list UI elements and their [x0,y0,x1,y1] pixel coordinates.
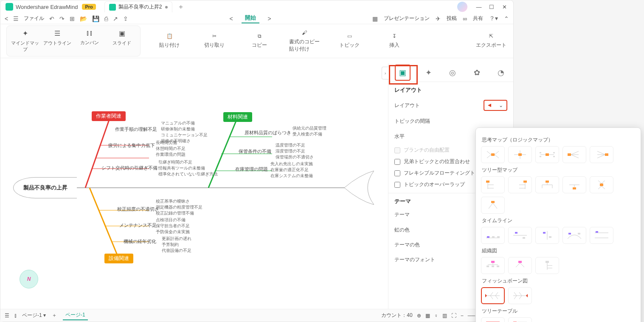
fish-root-topic[interactable]: 製品不良率の上昇 [13,177,77,198]
twig[interactable]: 情報共有ツールの未整備 [158,165,205,171]
add-page-button[interactable]: ＋ [52,312,57,319]
twig[interactable]: 研修体制の未整備 [161,126,195,132]
collapse-ribbon-button[interactable]: ⌃ [504,15,509,22]
layout-opt-org-1[interactable] [481,257,505,274]
grid-icon[interactable]: ▥ [442,313,447,319]
zoom-icon[interactable]: ⊕ [417,313,421,319]
layout-opt-timeline-4[interactable] [562,227,586,244]
twig[interactable]: コミュニケーション不足 [161,132,208,138]
view-split-icon[interactable]: ⫿ [14,313,17,319]
layout-opt-logic-both[interactable] [535,146,559,163]
export-button[interactable]: ⇱エクスポート [475,33,507,49]
new-button[interactable]: ⊞ [70,15,75,22]
layout-opt-tree-5[interactable] [590,176,613,193]
layout-opt-treetable-1[interactable] [481,317,505,322]
insert-button[interactable]: ↧挿入 [378,33,411,49]
twig[interactable]: 在庫システムの未整備 [270,173,313,179]
page-tab[interactable]: ページ-1 [63,311,88,320]
twig[interactable]: 供給元の品質管理 [292,125,326,131]
slide-view-button[interactable]: ▣スライド [108,29,136,53]
layout-opt-logic-radial[interactable] [481,146,505,163]
bone-red-3[interactable]: シフト交代時の引継ぎ不備 [101,165,157,171]
layout-opt-tree-6[interactable] [481,197,505,214]
layout-opt-treetable-2[interactable] [508,317,532,322]
category-material[interactable]: 材料関連 [223,112,252,122]
user-avatar[interactable] [457,2,467,12]
bone-green-1[interactable]: 原材料品質のばらつき [245,130,291,136]
bone-orange-3[interactable]: 機械の経年劣化 [124,238,156,245]
zoom-out-button[interactable]: − [461,313,464,319]
format-paint-button[interactable]: 🖌書式のコピー 貼り付け [288,30,321,53]
post-button[interactable]: 投稿 [447,15,457,22]
file-menu[interactable]: ファイル [24,15,44,22]
open-button[interactable]: 📂 [80,15,87,22]
twig[interactable]: 校正記録の管理不備 [156,210,194,216]
maximize-button[interactable]: ☐ [485,4,498,10]
share-quick-button[interactable]: ⇪ [123,15,128,22]
layout-opt-logic-balanced[interactable] [508,146,532,163]
layout-opt-logic-right[interactable] [562,146,586,163]
twig[interactable]: 休憩時間の不足 [156,146,186,152]
topic-button[interactable]: ▭トピック [333,33,366,49]
twig[interactable]: 校正基準の曖昧さ [156,198,190,204]
copy-button[interactable]: ⧉コピー [243,33,276,49]
layout-opt-tree-1[interactable] [481,176,505,193]
marker-tab-icon[interactable]: ◎ [447,65,458,80]
view-list-icon[interactable]: ☰ [5,313,9,319]
clipart-tab-icon[interactable]: ✿ [471,65,483,80]
twig[interactable]: 温度管理の不足 [276,142,305,148]
layout-opt-fishbone-left[interactable] [481,287,505,304]
twig[interactable]: 点検項目の不備 [156,217,186,223]
layout-opt-org-2[interactable] [508,257,532,274]
back-button[interactable]: < [5,15,8,22]
twig[interactable]: 湿度管理の不足 [276,148,305,154]
layout-opt-tree-4[interactable] [562,176,586,193]
minimize-button[interactable]: — [472,4,485,10]
layout-opt-tree-3[interactable] [535,176,559,193]
twig[interactable]: 保守担当者の不足 [156,223,190,229]
twig[interactable]: 先入れ先出しの未実施 [270,161,313,167]
layout-dropdown[interactable]: ⌄ [484,100,507,111]
twig[interactable]: 保管場所の不適切さ [276,154,314,160]
kanban-view-button[interactable]: ⫿⫿カンバン [76,29,104,53]
new-tab-button[interactable]: ＋ [177,3,184,11]
start-button[interactable]: 開始 [242,14,259,23]
layout-opt-timeline-1[interactable] [481,227,505,244]
category-equipment[interactable]: 設備関連 [104,254,133,263]
outline-view-button[interactable]: ☰アウトライン [43,29,71,53]
presentation-button[interactable]: プレゼンテーション [384,15,430,22]
fit-icon[interactable]: ⛶ [451,313,456,319]
twig[interactable]: 更新計画の遅れ [162,236,191,242]
twig[interactable]: 引継ぎ時間の不足 [158,159,192,165]
layout-opt-fishbone-right[interactable] [508,287,532,304]
twig[interactable]: 在庫量の適正化不足 [270,167,309,173]
twig[interactable]: マニュアルの不備 [161,120,195,126]
layout-opt-timeline-5[interactable] [590,227,613,244]
share-button[interactable]: 共有 [473,15,483,22]
center-icon[interactable]: ▦ [425,313,430,319]
twig[interactable]: 作業環境の問題 [156,152,186,158]
bone-orange-2[interactable]: メンテナンス不足 [119,222,157,229]
layout-opt-logic-left[interactable] [590,146,613,163]
bone-green-2[interactable]: 保管条件の不備 [239,148,271,155]
paste-button[interactable]: 📋貼り付け [153,33,186,49]
page-selector[interactable]: ページ-1 ▾ [22,312,46,319]
undo-button[interactable]: ↶ [49,15,54,22]
twig[interactable]: 予算制約 [162,242,179,248]
twig[interactable]: 予防保全の未実施 [156,229,190,235]
assistant-bubble-button[interactable]: N [20,270,38,288]
category-worker[interactable]: 作業者関連 [92,111,126,121]
history-tab-icon[interactable]: ◔ [495,65,507,80]
document-tab[interactable]: 製品不良率の上昇2 [104,1,173,12]
redo-button[interactable]: ↷ [59,15,65,22]
bone-green-3[interactable]: 在庫管理の問題 [235,166,268,172]
layout-opt-timeline-3[interactable] [535,227,559,244]
burger-menu-icon[interactable]: ☰ [13,15,19,22]
print-button[interactable]: ⎙ [104,15,108,22]
twig[interactable]: 測定機器の精度管理不足 [156,204,202,210]
style-tab-icon[interactable]: ✦ [423,65,434,80]
layout-opt-org-3[interactable] [535,257,559,274]
figure-icon[interactable]: ♀ [434,313,438,319]
help-button[interactable]: ？▾ [489,15,498,23]
export-quick-button[interactable]: ↗ [113,15,118,22]
